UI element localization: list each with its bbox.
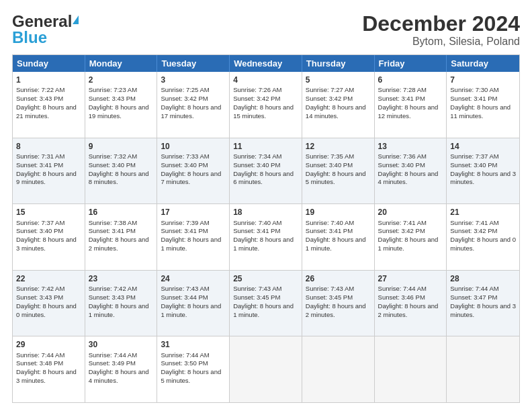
- table-row: 26 Sunrise: 7:43 AM Sunset: 3:45 PM Dayl…: [302, 271, 375, 336]
- day-number: 19: [306, 207, 371, 218]
- sunrise-text: Sunrise: 7:43 AM: [233, 285, 281, 292]
- sunrise-text: Sunrise: 7:43 AM: [161, 285, 209, 292]
- sunrise-text: Sunrise: 7:44 AM: [89, 351, 137, 359]
- sunrise-text: Sunrise: 7:23 AM: [89, 86, 137, 93]
- sunset-text: Sunset: 3:43 PM: [16, 95, 63, 102]
- sunset-text: Sunset: 3:49 PM: [89, 359, 136, 367]
- day-number: 17: [161, 207, 226, 218]
- table-row: 9 Sunrise: 7:32 AM Sunset: 3:40 PM Dayli…: [85, 138, 158, 204]
- table-row: 8 Sunrise: 7:31 AM Sunset: 3:41 PM Dayli…: [13, 138, 85, 204]
- day-number: 23: [89, 273, 154, 284]
- sunset-text: Sunset: 3:40 PM: [306, 161, 353, 169]
- page: General Blue December 2024 Bytom, Silesi…: [0, 0, 532, 411]
- daylight-text: Daylight: 8 hours and 8 minutes.: [89, 170, 149, 186]
- sunset-text: Sunset: 3:50 PM: [161, 359, 208, 367]
- daylight-text: Daylight: 8 hours and 14 minutes.: [306, 103, 366, 120]
- header-monday: Monday: [85, 55, 158, 72]
- sunset-text: Sunset: 3:41 PM: [233, 227, 280, 234]
- sunrise-text: Sunrise: 7:41 AM: [450, 219, 498, 226]
- sunrise-text: Sunrise: 7:28 AM: [378, 86, 427, 93]
- sunrise-text: Sunrise: 7:43 AM: [306, 285, 354, 292]
- calendar-row: 8 Sunrise: 7:31 AM Sunset: 3:41 PM Dayli…: [13, 138, 519, 205]
- table-row: 2 Sunrise: 7:23 AM Sunset: 3:43 PM Dayli…: [85, 72, 158, 138]
- day-number: 26: [306, 273, 371, 284]
- sunset-text: Sunset: 3:40 PM: [89, 161, 136, 169]
- table-row: 17 Sunrise: 7:39 AM Sunset: 3:41 PM Dayl…: [157, 204, 230, 270]
- table-row: 22 Sunrise: 7:42 AM Sunset: 3:43 PM Dayl…: [13, 271, 85, 336]
- table-row: 21 Sunrise: 7:41 AM Sunset: 3:42 PM Dayl…: [447, 204, 519, 270]
- day-number: 21: [450, 207, 516, 218]
- calendar-body: 1 Sunrise: 7:22 AM Sunset: 3:43 PM Dayli…: [13, 72, 519, 402]
- logo: General Blue: [12, 12, 79, 47]
- table-row: 1 Sunrise: 7:22 AM Sunset: 3:43 PM Dayli…: [13, 72, 85, 138]
- sunset-text: Sunset: 3:41 PM: [16, 161, 63, 169]
- calendar-row: 29 Sunrise: 7:44 AM Sunset: 3:48 PM Dayl…: [13, 336, 519, 402]
- daylight-text: Daylight: 8 hours and 15 minutes.: [233, 103, 294, 120]
- table-row: 7 Sunrise: 7:30 AM Sunset: 3:41 PM Dayli…: [447, 72, 519, 138]
- sunrise-text: Sunrise: 7:27 AM: [306, 86, 354, 93]
- day-number: 28: [450, 273, 516, 284]
- logo-blue: Blue: [12, 28, 47, 47]
- daylight-text: Daylight: 8 hours and 4 minutes.: [378, 170, 439, 186]
- table-row: 15 Sunrise: 7:37 AM Sunset: 3:40 PM Dayl…: [13, 204, 85, 270]
- table-row: 6 Sunrise: 7:28 AM Sunset: 3:41 PM Dayli…: [375, 72, 447, 138]
- sunrise-text: Sunrise: 7:35 AM: [306, 152, 354, 160]
- header-tuesday: Tuesday: [157, 55, 230, 72]
- table-row: 20 Sunrise: 7:41 AM Sunset: 3:42 PM Dayl…: [375, 204, 447, 270]
- day-number: 8: [16, 141, 81, 152]
- day-number: 29: [16, 339, 81, 350]
- calendar-row: 15 Sunrise: 7:37 AM Sunset: 3:40 PM Dayl…: [13, 204, 519, 271]
- table-row: [447, 336, 519, 402]
- day-number: 1: [16, 75, 81, 85]
- table-row: 12 Sunrise: 7:35 AM Sunset: 3:40 PM Dayl…: [302, 138, 375, 204]
- table-row: [375, 336, 447, 402]
- daylight-text: Daylight: 8 hours and 11 minutes.: [450, 103, 511, 120]
- day-number: 16: [89, 207, 154, 218]
- sunset-text: Sunset: 3:44 PM: [161, 293, 208, 301]
- sunset-text: Sunset: 3:42 PM: [450, 227, 497, 234]
- header-saturday: Saturday: [447, 55, 519, 72]
- table-row: 10 Sunrise: 7:33 AM Sunset: 3:40 PM Dayl…: [157, 138, 230, 204]
- sunset-text: Sunset: 3:40 PM: [16, 227, 63, 234]
- sunset-text: Sunset: 3:42 PM: [233, 95, 280, 102]
- daylight-text: Daylight: 8 hours and 3 minutes.: [16, 368, 77, 384]
- logo-triangle-icon: [73, 15, 79, 24]
- table-row: 28 Sunrise: 7:44 AM Sunset: 3:47 PM Dayl…: [447, 271, 519, 336]
- table-row: 11 Sunrise: 7:34 AM Sunset: 3:40 PM Dayl…: [230, 138, 302, 204]
- sunrise-text: Sunrise: 7:25 AM: [161, 86, 209, 93]
- day-number: 15: [16, 207, 81, 218]
- header-wednesday: Wednesday: [230, 55, 302, 72]
- daylight-text: Daylight: 8 hours and 1 minute.: [161, 302, 221, 318]
- sunrise-text: Sunrise: 7:40 AM: [306, 219, 354, 226]
- sunset-text: Sunset: 3:42 PM: [161, 95, 208, 102]
- daylight-text: Daylight: 8 hours and 7 minutes.: [161, 170, 221, 186]
- day-number: 4: [233, 75, 298, 85]
- day-number: 2: [89, 75, 154, 85]
- day-number: 24: [161, 273, 226, 284]
- sunset-text: Sunset: 3:43 PM: [16, 293, 63, 301]
- daylight-text: Daylight: 8 hours and 12 minutes.: [378, 103, 439, 120]
- title-block: December 2024 Bytom, Silesia, Poland: [362, 12, 520, 48]
- day-number: 30: [89, 339, 154, 350]
- sunset-text: Sunset: 3:43 PM: [89, 95, 136, 102]
- daylight-text: Daylight: 8 hours and 6 minutes.: [233, 170, 294, 186]
- header-friday: Friday: [375, 55, 447, 72]
- day-number: 12: [306, 141, 371, 152]
- table-row: 30 Sunrise: 7:44 AM Sunset: 3:49 PM Dayl…: [85, 336, 158, 402]
- daylight-text: Daylight: 8 hours and 2 minutes.: [306, 302, 366, 318]
- sunrise-text: Sunrise: 7:30 AM: [450, 86, 498, 93]
- sunset-text: Sunset: 3:41 PM: [161, 227, 208, 234]
- sunrise-text: Sunrise: 7:44 AM: [450, 285, 498, 292]
- sunrise-text: Sunrise: 7:32 AM: [89, 152, 137, 160]
- sunset-text: Sunset: 3:48 PM: [16, 359, 63, 367]
- sunrise-text: Sunrise: 7:41 AM: [378, 219, 427, 226]
- sunrise-text: Sunrise: 7:26 AM: [233, 86, 281, 93]
- table-row: 24 Sunrise: 7:43 AM Sunset: 3:44 PM Dayl…: [157, 271, 230, 336]
- day-number: 9: [89, 141, 154, 152]
- day-number: 20: [378, 207, 443, 218]
- table-row: 31 Sunrise: 7:44 AM Sunset: 3:50 PM Dayl…: [157, 336, 230, 402]
- daylight-text: Daylight: 8 hours and 4 minutes.: [89, 368, 149, 384]
- sunrise-text: Sunrise: 7:42 AM: [89, 285, 137, 292]
- table-row: 23 Sunrise: 7:42 AM Sunset: 3:43 PM Dayl…: [85, 271, 158, 336]
- page-subtitle: Bytom, Silesia, Poland: [362, 36, 520, 48]
